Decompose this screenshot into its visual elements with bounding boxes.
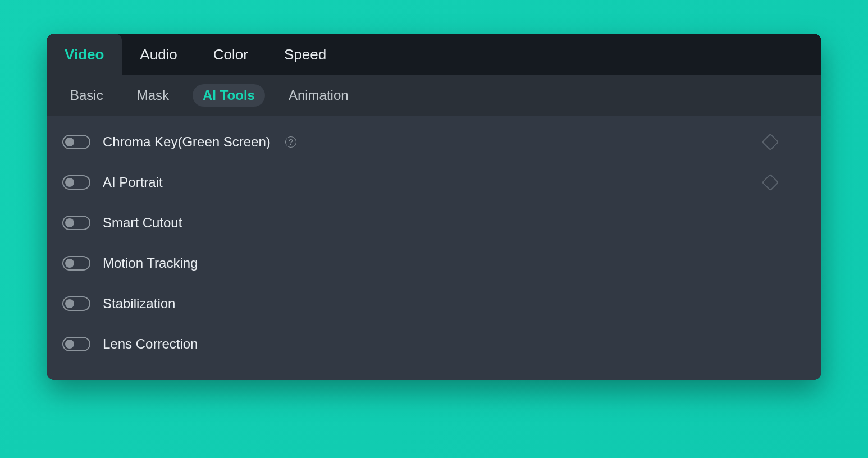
help-icon[interactable]: ? <box>285 136 296 148</box>
toggle-motion-tracking[interactable] <box>62 256 90 271</box>
tab-color[interactable]: Color <box>195 34 266 75</box>
toggle-chroma-key[interactable] <box>62 135 90 149</box>
tab-label: Audio <box>140 46 177 63</box>
secondary-tabs: Basic Mask AI Tools Animation <box>47 75 821 116</box>
subtab-label: AI Tools <box>203 88 255 103</box>
toggle-knob <box>65 259 74 268</box>
subtab-mask[interactable]: Mask <box>127 84 179 107</box>
toggle-knob <box>65 340 74 349</box>
subtab-animation[interactable]: Animation <box>278 84 359 107</box>
toggle-smart-cutout[interactable] <box>62 216 90 230</box>
tab-label: Color <box>213 46 248 63</box>
option-label: Chroma Key(Green Screen) <box>103 134 271 150</box>
properties-panel: Video Audio Color Speed Basic Mask AI To… <box>47 34 821 380</box>
option-smart-cutout: Smart Cutout <box>47 203 821 243</box>
tab-video[interactable]: Video <box>47 34 122 75</box>
subtab-label: Basic <box>70 88 103 103</box>
primary-tabs: Video Audio Color Speed <box>47 34 821 75</box>
tab-label: Video <box>65 46 104 63</box>
options-list: Chroma Key(Green Screen) ? AI Portrait S… <box>47 116 821 380</box>
tab-speed[interactable]: Speed <box>266 34 344 75</box>
toggle-knob <box>65 178 74 187</box>
tab-label: Speed <box>284 46 326 63</box>
toggle-knob <box>65 299 74 308</box>
option-label: Smart Cutout <box>103 215 182 231</box>
keyframe-icon[interactable] <box>761 133 779 150</box>
option-motion-tracking: Motion Tracking <box>47 243 821 283</box>
toggle-stabilization[interactable] <box>62 296 90 311</box>
toggle-lens-correction[interactable] <box>62 337 90 351</box>
option-label: Motion Tracking <box>103 255 198 271</box>
option-label: Lens Correction <box>103 336 198 352</box>
keyframe-icon[interactable] <box>761 173 779 191</box>
toggle-knob <box>65 218 74 227</box>
option-ai-portrait: AI Portrait <box>47 162 821 203</box>
option-label: AI Portrait <box>103 175 163 190</box>
subtab-ai-tools[interactable]: AI Tools <box>193 84 265 107</box>
subtab-label: Mask <box>137 88 169 103</box>
toggle-knob <box>65 138 74 146</box>
tab-audio[interactable]: Audio <box>122 34 195 75</box>
option-stabilization: Stabilization <box>47 283 821 324</box>
toggle-ai-portrait[interactable] <box>62 175 90 190</box>
option-label: Stabilization <box>103 296 175 312</box>
option-lens-correction: Lens Correction <box>47 324 821 364</box>
subtab-label: Animation <box>289 88 349 103</box>
subtab-basic[interactable]: Basic <box>60 84 113 107</box>
option-chroma-key: Chroma Key(Green Screen) ? <box>47 122 821 162</box>
